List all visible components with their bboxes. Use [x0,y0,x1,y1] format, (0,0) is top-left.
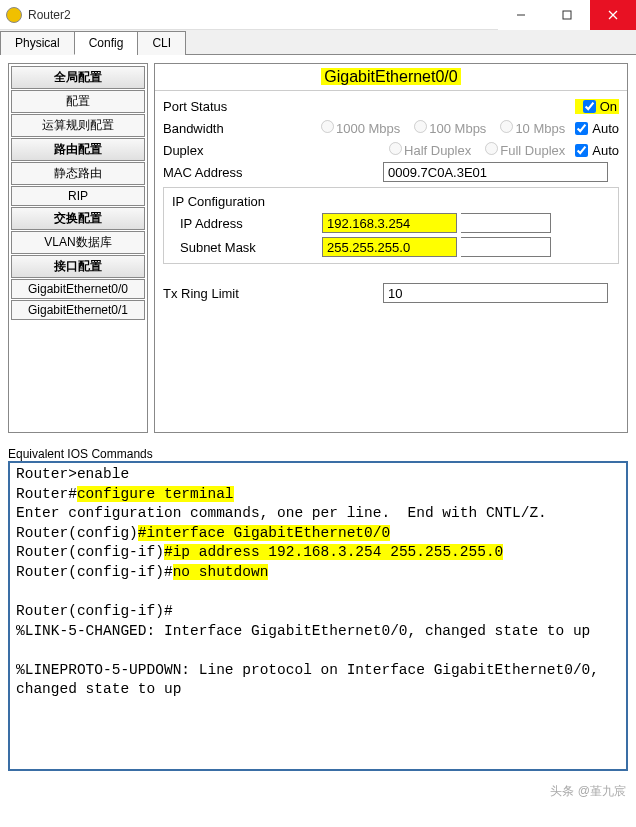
app-icon [6,7,22,23]
sidebar-item[interactable]: 运算规则配置 [11,114,145,137]
bw-10[interactable]: 10 Mbps [494,120,565,136]
duplex-full[interactable]: Full Duplex [479,142,565,158]
tab-physical[interactable]: Physical [0,31,75,55]
port-status-on[interactable]: On [575,99,619,114]
subnet-mask-label: Subnet Mask [172,240,272,255]
console-line: Router(config-if)#no shutdown [16,563,620,583]
close-button[interactable] [590,0,636,30]
bw-auto[interactable]: Auto [569,121,619,136]
ip-config-title: IP Configuration [168,192,614,211]
mac-input[interactable] [383,162,608,182]
ios-commands-label: Equivalent IOS Commands [0,447,636,461]
watermark: 头条 @堇九宸 [0,779,636,804]
console-line [16,641,620,661]
sidebar-item[interactable]: RIP [11,186,145,206]
console-line: Router>enable [16,465,620,485]
tab-cli[interactable]: CLI [137,31,186,55]
port-status-label: Port Status [163,99,293,114]
tab-config[interactable]: Config [74,31,139,55]
console-line: Router#configure terminal [16,485,620,505]
duplex-label: Duplex [163,143,293,158]
duplex-auto[interactable]: Auto [569,143,619,158]
console-line: %LINEPROTO-5-UPDOWN: Line protocol on In… [16,661,620,700]
sidebar-item[interactable]: 静态路由 [11,162,145,185]
sidebar-item[interactable]: 配置 [11,90,145,113]
sidebar-group-header: 交换配置 [11,207,145,230]
console-line: Router(config)#interface GigabitEthernet… [16,524,620,544]
main-tabs: Physical Config CLI [0,30,636,55]
minimize-button[interactable] [498,0,544,30]
subnet-mask-input-ext[interactable] [461,237,551,257]
ip-address-input[interactable] [322,213,457,233]
ip-address-label: IP Address [172,216,272,231]
console-line: Router(config-if)#ip address 192.168.3.2… [16,543,620,563]
sidebar-group-header: 接口配置 [11,255,145,278]
ios-console[interactable]: Router>enableRouter#configure terminalEn… [8,461,628,771]
console-line [16,582,620,602]
sidebar-group-header: 全局配置 [11,66,145,89]
sidebar-item[interactable]: VLAN数据库 [11,231,145,254]
bandwidth-label: Bandwidth [163,121,293,136]
port-status-checkbox[interactable] [583,100,596,113]
bw-1000[interactable]: 1000 Mbps [315,120,400,136]
duplex-half[interactable]: Half Duplex [383,142,471,158]
console-line: Enter configuration commands, one per li… [16,504,620,524]
sidebar-item[interactable]: GigabitEthernet0/1 [11,300,145,320]
window-titlebar: Router2 [0,0,636,30]
maximize-button[interactable] [544,0,590,30]
panel-title: GigabitEthernet0/0 [155,64,627,91]
window-title: Router2 [28,8,498,22]
sidebar-item[interactable]: GigabitEthernet0/0 [11,279,145,299]
sidebar-group-header: 路由配置 [11,138,145,161]
mac-label: MAC Address [163,165,293,180]
svg-rect-1 [563,11,571,19]
tx-ring-label: Tx Ring Limit [163,286,293,301]
ip-address-input-ext[interactable] [461,213,551,233]
bw-100[interactable]: 100 Mbps [408,120,486,136]
ip-config-section: IP Configuration IP Address Subnet Mask [163,187,619,264]
interface-panel: GigabitEthernet0/0 Port Status On Bandwi… [154,63,628,433]
config-sidebar: 全局配置配置运算规则配置路由配置静态路由RIP交换配置VLAN数据库接口配置Gi… [8,63,148,433]
console-line: Router(config-if)# [16,602,620,622]
tx-ring-input[interactable] [383,283,608,303]
console-line: %LINK-5-CHANGED: Interface GigabitEthern… [16,622,620,642]
subnet-mask-input[interactable] [322,237,457,257]
